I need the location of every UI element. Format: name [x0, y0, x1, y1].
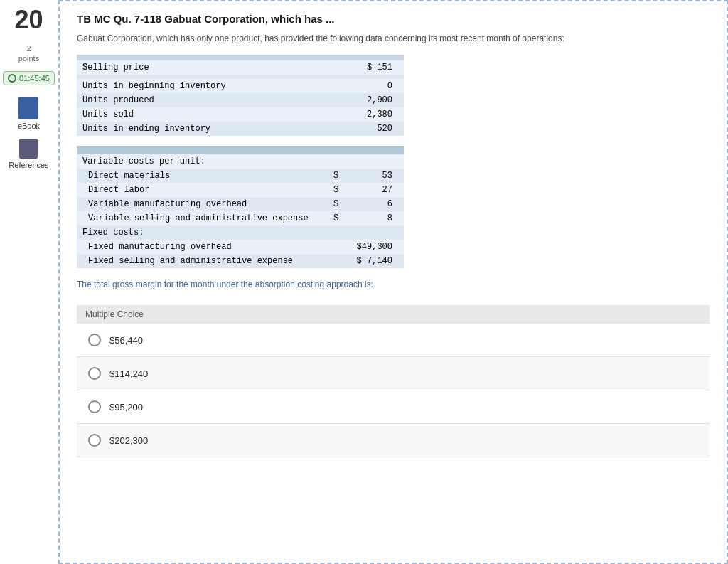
question-number: 20	[14, 7, 43, 33]
main-content: TB MC Qu. 7-118 Gabuat Corporation, whic…	[58, 0, 728, 564]
question-description: Gabuat Corporation, which has only one p…	[77, 32, 710, 45]
question-text: The total gross margin for the month und…	[77, 278, 710, 291]
timer-badge: 01:45:45	[3, 71, 55, 85]
data-table: Selling price$ 151Units in beginning inv…	[77, 55, 404, 136]
references-label: References	[9, 161, 48, 169]
points-value: 2	[26, 44, 31, 53]
choice-radio-b[interactable]	[88, 367, 101, 380]
timer-icon	[8, 74, 16, 83]
table-row: Units in ending inventory520	[77, 122, 404, 136]
sidebar: 20 2 points 01:45:45 eBook References	[0, 0, 58, 564]
choice-item-b[interactable]: $114,240	[77, 357, 710, 390]
choice-item-d[interactable]: $202,300	[77, 424, 710, 457]
choice-item-c[interactable]: $95,200	[77, 390, 710, 424]
multiple-choice-label: Multiple Choice	[77, 305, 710, 324]
ebook-button[interactable]: eBook	[18, 97, 40, 130]
section-header-bar	[77, 146, 404, 154]
table-row: Fixed manufacturing overhead$49,300	[77, 240, 404, 254]
table-row: Units produced2,900	[77, 93, 404, 107]
choices-list: $56,440$114,240$95,200$202,300	[77, 324, 710, 457]
timer-value: 01:45:45	[19, 74, 50, 83]
choice-radio-c[interactable]	[88, 400, 101, 413]
table-row: Direct labor$27	[77, 183, 404, 197]
choice-text-a: $56,440	[109, 335, 143, 346]
table-row: Variable manufacturing overhead$6	[77, 197, 404, 211]
table-row: Units sold2,380	[77, 107, 404, 122]
table-row: Fixed costs:	[77, 225, 404, 240]
question-title: TB MC Qu. 7-118 Gabuat Corporation, whic…	[77, 13, 710, 25]
table-row: Direct materials$53	[77, 169, 404, 183]
table-row: Variable selling and administrative expe…	[77, 211, 404, 225]
cost-table: Variable costs per unit:Direct materials…	[77, 154, 404, 268]
choice-text-b: $114,240	[109, 368, 148, 379]
choice-radio-d[interactable]	[88, 434, 101, 447]
points-label: points	[18, 54, 39, 63]
table-row: Variable costs per unit:	[77, 154, 404, 169]
ebook-label: eBook	[18, 122, 40, 130]
choice-item-a[interactable]: $56,440	[77, 324, 710, 357]
references-button[interactable]: References	[9, 139, 48, 169]
table-row: Selling price$ 151	[77, 60, 404, 75]
table-row: Units in beginning inventory0	[77, 79, 404, 93]
references-icon	[19, 139, 38, 159]
choice-text-d: $202,300	[109, 435, 148, 446]
book-icon	[18, 97, 38, 119]
choice-radio-a[interactable]	[88, 334, 101, 346]
choice-text-c: $95,200	[109, 402, 143, 413]
table-row: Fixed selling and administrative expense…	[77, 254, 404, 268]
